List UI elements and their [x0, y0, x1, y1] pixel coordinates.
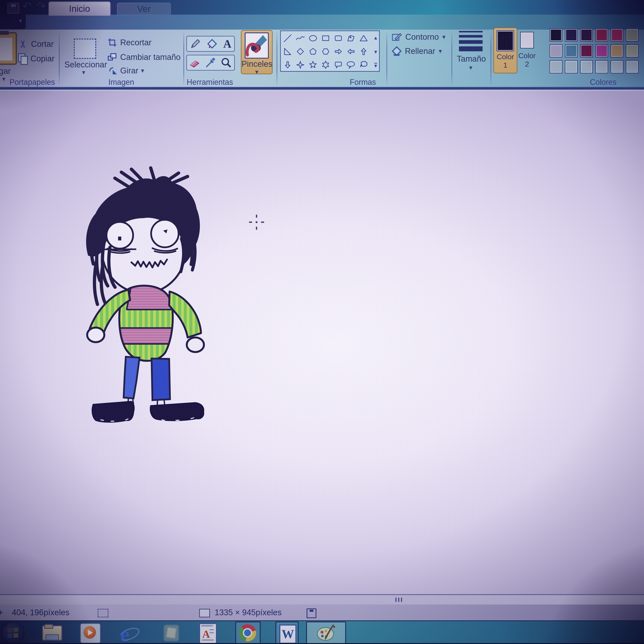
color2-button[interactable]: Color 2 [518, 30, 536, 72]
size-button[interactable]: Tamaño ▾ [457, 30, 485, 73]
resize-button[interactable]: Cambiar tamaño [107, 52, 181, 62]
shape-rectangle-icon[interactable] [319, 32, 332, 45]
palette-swatch-r2c6[interactable] [626, 44, 639, 58]
shape-polygon-icon[interactable] [345, 32, 357, 45]
shape-right-triangle-icon[interactable] [281, 45, 294, 58]
horizontal-scrollbar[interactable] [0, 594, 644, 606]
group-separator [276, 32, 277, 85]
palette-swatch-r1c6[interactable] [626, 28, 639, 42]
group-separator [491, 32, 491, 85]
palette-swatch-r1c1[interactable] [550, 28, 562, 42]
photo-of-paint-screen: ↶ ↷ ▾ Sin título - Paint ▾ Inicio Ver ga… [0, 0, 644, 644]
shape-star-6-icon[interactable] [319, 58, 332, 71]
shape-callout-oval-icon[interactable] [345, 58, 357, 71]
shape-curve-icon[interactable] [294, 32, 307, 45]
shapes-group-label: Formas [341, 78, 384, 87]
palette-swatch-r1c5[interactable] [611, 28, 623, 42]
a-editor-icon[interactable]: A [199, 623, 217, 644]
shapes-scrollbar[interactable]: ▴ ▾ ▾ [371, 30, 380, 72]
shapes-grid [280, 30, 380, 72]
scroll-down-icon[interactable]: ▾ [374, 49, 377, 55]
file-menu-button[interactable]: ▾ [0, 14, 26, 29]
shape-line-icon[interactable] [281, 32, 294, 45]
rotate-label: Girar [120, 66, 138, 75]
palette-swatch-r3c5[interactable] [611, 60, 623, 73]
copy-button[interactable]: Copiar [18, 53, 55, 64]
outline-button[interactable]: Contorno ▾ [391, 32, 445, 42]
fill-button[interactable]: Rellenar ▾ [391, 46, 442, 57]
color1-button[interactable]: Color 1 [493, 27, 517, 73]
palette-swatch-r1c4[interactable] [595, 28, 608, 42]
status-bar: + 404, 196píxeles 1335 × 945píxeles [0, 605, 644, 620]
fill-tool-icon[interactable] [207, 38, 218, 49]
palette-swatch-r3c6[interactable] [626, 60, 639, 73]
palette-swatch-r2c4[interactable] [595, 44, 608, 58]
document-faint-icon[interactable] [164, 625, 179, 641]
palette-swatch-r3c3[interactable] [580, 60, 593, 73]
crosshair-cursor-icon [249, 215, 264, 230]
tab-inicio[interactable]: Inicio [48, 1, 111, 16]
select-rectangle-icon[interactable] [74, 39, 96, 59]
selection-size-icon [98, 609, 108, 617]
paint-canvas[interactable] [0, 91, 644, 594]
fill-label: Rellenar [405, 47, 435, 56]
shape-hexagon-icon[interactable] [319, 45, 332, 58]
save-icon[interactable] [7, 3, 19, 14]
palette-swatch-r3c4[interactable] [595, 60, 608, 73]
chevron-down-icon: ▾ [439, 48, 442, 54]
palette-swatch-r2c5[interactable] [611, 44, 623, 58]
shape-arrow-right-icon[interactable] [332, 45, 345, 58]
rotate-button[interactable]: Girar ▾ [108, 66, 144, 76]
tools-row-1: A [186, 36, 235, 52]
paint-button[interactable] [306, 621, 346, 644]
shape-triangle-icon[interactable] [357, 32, 370, 45]
palette-swatch-r1c2[interactable] [565, 28, 578, 42]
magnifier-tool-icon[interactable] [220, 57, 232, 68]
cursor-position-icon: + [0, 607, 3, 618]
chevron-down-icon: ▾ [442, 34, 445, 40]
internet-explorer-icon[interactable]: e [119, 622, 139, 643]
chevron-down-icon[interactable]: ▾ [82, 69, 85, 76]
resize-icon [107, 52, 117, 62]
shape-callout-rounded-icon[interactable] [332, 58, 345, 71]
palette-swatch-r3c1[interactable] [550, 60, 562, 73]
text-tool-icon[interactable]: A [223, 38, 231, 50]
shape-arrow-down-icon[interactable] [281, 58, 294, 71]
scroll-up-icon[interactable]: ▴ [374, 34, 377, 41]
palette-swatch-r1c3[interactable] [580, 28, 593, 42]
eraser-tool-icon[interactable] [189, 57, 201, 68]
media-player-icon[interactable] [80, 623, 101, 643]
palette-swatch-r2c1[interactable] [550, 44, 562, 58]
shape-star-5-icon[interactable] [307, 58, 319, 71]
shape-rounded-rectangle-icon[interactable] [332, 32, 345, 45]
chrome-button[interactable] [235, 621, 261, 644]
fill-style-icon [391, 46, 402, 57]
palette-swatch-r2c2[interactable] [565, 44, 578, 58]
redo-icon[interactable]: ↷ [36, 0, 46, 12]
shape-pentagon-icon[interactable] [307, 45, 319, 58]
image-group-label: Imagen [101, 78, 142, 87]
crop-icon [107, 38, 117, 47]
word-button[interactable]: W [275, 621, 299, 644]
shape-diamond-icon[interactable] [294, 45, 307, 58]
undo-icon[interactable]: ↶ [22, 0, 32, 12]
start-button[interactable] [2, 622, 24, 644]
pencil-tool-icon[interactable] [190, 38, 201, 49]
shape-arrow-left-icon[interactable] [345, 45, 357, 58]
shape-star-4-icon[interactable] [294, 58, 307, 71]
select-label: Seleccionar [64, 60, 105, 69]
palette-swatch-r3c2[interactable] [565, 60, 578, 73]
explorer-icon[interactable] [41, 624, 62, 641]
tab-ver-label: Ver [137, 4, 151, 14]
shapes-more-icon[interactable]: ▾ [374, 63, 377, 68]
crop-button[interactable]: Recortar [107, 38, 152, 47]
chrome-icon [239, 624, 256, 641]
brushes-button[interactable]: Pinceles ▾ [241, 30, 273, 74]
cut-button[interactable]: ✂ Cortar [19, 38, 54, 50]
palette-swatch-r2c3[interactable] [580, 44, 593, 58]
shape-ellipse-icon[interactable] [307, 32, 319, 45]
eyedropper-tool-icon[interactable] [205, 57, 216, 68]
shape-arrow-up-icon[interactable] [357, 45, 370, 58]
tab-ver[interactable]: Ver [117, 3, 171, 15]
shape-callout-cloud-icon[interactable] [357, 58, 370, 71]
